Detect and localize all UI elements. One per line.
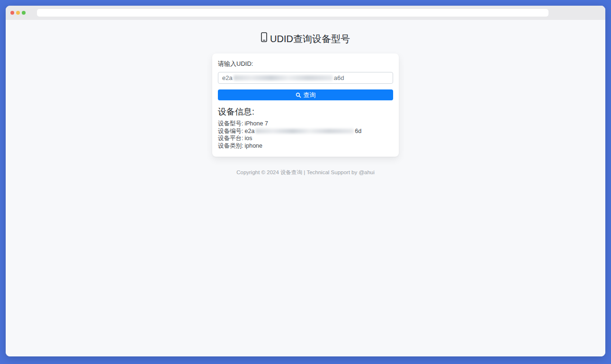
page-title: UDID查询设备型号 [6,32,605,45]
device-category-row: 设备类别:iphone [218,142,393,150]
device-platform-value: ios [244,135,252,142]
device-info-heading: 设备信息: [218,107,393,117]
udid-value-prefix: e2a [222,74,233,81]
device-platform-label: 设备平台: [218,135,243,142]
zoom-window-button[interactable] [22,11,26,15]
mobile-phone-icon [261,32,267,45]
redacted-device-udid-blur [255,129,354,133]
udid-value-suffix: a6d [334,74,344,81]
udid-lookup-card: 请输入UDID: e2a a6d 查询 设备信息: 设备型号:iPhone [212,53,399,157]
device-info-list: 设备型号:iPhone 7 设备编号:e2a6d 设备平台:ios 设备类别:i… [218,120,393,151]
device-model-label: 设备型号: [218,120,243,127]
minimize-window-button[interactable] [16,11,20,15]
device-platform-row: 设备平台:ios [218,135,393,142]
device-udid-row: 设备编号:e2a6d [218,128,393,135]
device-udid-label: 设备编号: [218,128,243,134]
udid-input-label: 请输入UDID: [218,60,393,68]
footer-copyright: Copyright © 2024 设备查询 | Technical Suppor… [6,169,605,176]
query-button[interactable]: 查询 [218,89,393,100]
device-udid-prefix: e2a [244,128,254,134]
browser-window: UDID查询设备型号 请输入UDID: e2a a6d 查询 设备信息: [6,6,605,356]
page-title-text: UDID查询设备型号 [270,32,350,45]
device-model-value: iPhone 7 [244,120,268,127]
udid-input[interactable]: e2a a6d [218,72,393,84]
url-bar[interactable] [37,9,548,17]
traffic-lights [10,11,26,15]
query-button-label: 查询 [304,91,316,99]
redacted-udid-blur [234,75,333,80]
search-icon [296,92,301,98]
page-content: UDID查询设备型号 请输入UDID: e2a a6d 查询 设备信息: [6,32,605,356]
device-udid-suffix: 6d [355,128,361,134]
close-window-button[interactable] [10,11,14,15]
browser-titlebar [6,6,605,20]
device-model-row: 设备型号:iPhone 7 [218,120,393,128]
device-category-value: iphone [244,142,262,149]
device-category-label: 设备类别: [218,142,243,149]
